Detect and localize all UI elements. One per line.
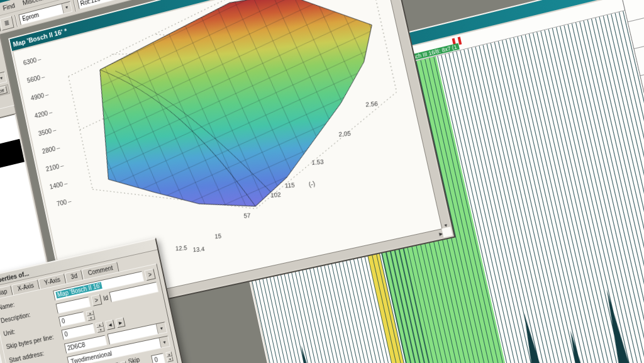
- text-view-icon[interactable]: ≣: [0, 16, 14, 31]
- spin-arrows[interactable]: ▲▼: [166, 351, 174, 362]
- name-more-button[interactable]: >: [144, 269, 155, 281]
- monitor-bezel: WinOLS – □ × ProjectEditHardwareViewSele…: [0, 0, 644, 363]
- separator: [73, 0, 77, 11]
- scroll-down-icon[interactable]: ▼: [443, 223, 449, 228]
- photo-scene: WinOLS – □ × ProjectEditHardwareViewSele…: [0, 0, 644, 363]
- off-button[interactable]: Off: [0, 86, 8, 96]
- unit-field[interactable]: 0: [58, 311, 86, 327]
- desktop: WinOLS – □ × ProjectEditHardwareViewSele…: [0, 0, 644, 363]
- skip-bytes-label: Skip bytes:: [128, 354, 152, 363]
- chevron-down-icon[interactable]: ▼: [61, 1, 72, 13]
- winols-main-window: WinOLS – □ × ProjectEditHardwareViewSele…: [0, 0, 644, 363]
- next-arrow-button[interactable]: ▶: [116, 317, 126, 328]
- chevron-down-icon[interactable]: ▼: [0, 72, 6, 84]
- scroll-right-icon[interactable]: ▶: [439, 231, 443, 237]
- description-more-button[interactable]: >: [91, 294, 102, 306]
- mdi-client-area: Map overview ⇄ ✓ Session: Default ▼ Proj…: [0, 0, 644, 363]
- spin-arrows[interactable]: ▲▼: [96, 321, 105, 333]
- axis-unit-label: (-): [308, 180, 316, 188]
- skip-bytes-field[interactable]: 0: [151, 353, 165, 363]
- prev-arrow-button[interactable]: ◀: [105, 320, 115, 330]
- chevron-down-icon[interactable]: ▼: [158, 337, 169, 348]
- id-label: Id: [103, 294, 109, 302]
- spin-arrows[interactable]: ▲▼: [120, 361, 128, 363]
- separator: [14, 14, 18, 26]
- unit-spin-arrows[interactable]: ▲▼: [86, 310, 95, 321]
- tree-item-potential-maps[interactable]: Potential maps (556): [0, 162, 26, 199]
- chevron-down-icon[interactable]: ▼: [156, 322, 167, 333]
